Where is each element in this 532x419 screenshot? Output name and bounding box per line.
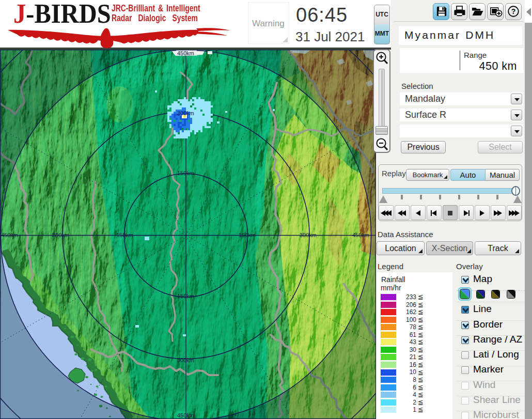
- svg-text:300km: 300km: [177, 110, 194, 116]
- svg-text:150km: 150km: [177, 170, 194, 176]
- svg-text:300km: 300km: [300, 232, 317, 238]
- svg-text:150km: 150km: [177, 293, 194, 299]
- svg-text:450km: 450km: [352, 232, 369, 238]
- svg-text:450km: 450km: [177, 412, 194, 418]
- svg-text:450km: 450km: [177, 50, 194, 56]
- svg-text:150km: 150km: [116, 232, 133, 238]
- svg-text:?: ?: [511, 7, 516, 15]
- svg-text:150km: 150km: [239, 232, 256, 238]
- svg-text:450km: 450km: [1, 232, 18, 238]
- svg-text:300km: 300km: [52, 232, 69, 238]
- svg-text:300km: 300km: [177, 357, 194, 363]
